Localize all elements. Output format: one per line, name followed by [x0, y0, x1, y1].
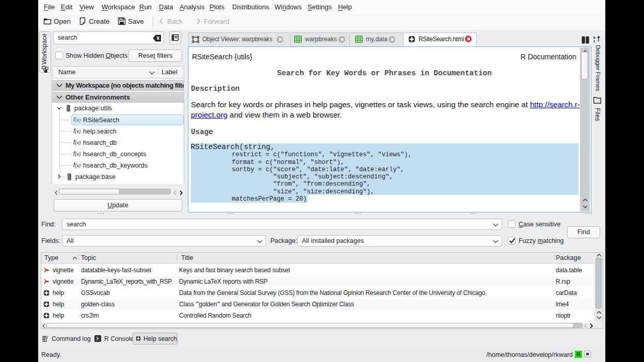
- svg-text:a: a: [593, 36, 595, 39]
